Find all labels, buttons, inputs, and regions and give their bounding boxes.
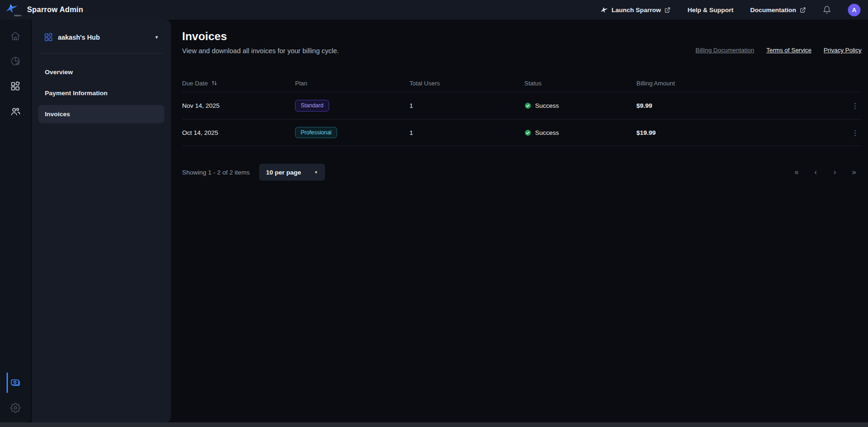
chevron-down-icon: ▼	[155, 35, 159, 40]
page-size-select[interactable]: 10 per page ▼	[259, 164, 325, 181]
logo-admin-label: Admin	[14, 14, 21, 17]
terms-of-service-link[interactable]: Terms of Service	[766, 47, 812, 54]
sidebar-item-invoices[interactable]: Invoices	[38, 105, 164, 123]
status-label: Success	[535, 102, 559, 109]
hub-name: aakash's Hub	[58, 34, 100, 41]
help-support-label: Help & Support	[687, 7, 733, 14]
cell-status: Success	[524, 102, 636, 109]
launch-sparrow-label: Launch Sparrow	[612, 7, 661, 14]
row-kebab-menu-icon[interactable]: ⋮	[849, 127, 861, 138]
pagination-next-button[interactable]: ›	[831, 168, 839, 176]
row-kebab-menu-icon[interactable]: ⋮	[849, 100, 861, 111]
sparrow-logo-icon: Admin	[5, 1, 22, 18]
app-shell: aakash's Hub ▼ Overview Payment Informat…	[0, 20, 868, 422]
sidebar-divider	[40, 53, 162, 54]
pagination-last-button[interactable]: »	[850, 168, 858, 176]
cell-plan: Professional	[295, 127, 409, 138]
rail-bottom-group	[7, 374, 24, 417]
cell-total-users: 1	[409, 129, 524, 136]
cell-actions: ⋮	[845, 127, 861, 138]
documentation-button[interactable]: Documentation	[750, 7, 806, 14]
column-header-plan: Plan	[295, 80, 409, 87]
topbar-actions: Launch Sparrow Help & Support Documentat…	[600, 4, 861, 16]
rail-analytics-icon[interactable]	[7, 52, 24, 70]
showing-items-text: Showing 1 - 2 of 2 items	[182, 169, 250, 176]
rail-settings-gear-icon[interactable]	[7, 399, 24, 417]
page-heading-block: Invoices View and download all invoices …	[182, 30, 339, 55]
bird-icon	[6, 3, 18, 14]
external-link-icon	[800, 7, 806, 13]
notifications-bell-icon[interactable]	[823, 6, 831, 14]
table-footer: Showing 1 - 2 of 2 items 10 per page ▼ «…	[182, 164, 861, 181]
help-support-button[interactable]: Help & Support	[687, 7, 733, 14]
column-header-total-users: Total Users	[409, 80, 524, 87]
sidebar-item-overview[interactable]: Overview	[38, 63, 164, 81]
success-check-icon	[524, 129, 531, 136]
legal-links: Billing Documentation Terms of Service P…	[696, 47, 861, 55]
page-subtitle: View and download all invoices for your …	[182, 47, 339, 55]
rail-home-icon[interactable]	[7, 27, 24, 45]
window-bottom-edge	[0, 422, 868, 427]
pagination-prev-button[interactable]: ‹	[812, 168, 819, 176]
page-title: Invoices	[182, 30, 339, 43]
plan-badge: Standard	[295, 100, 329, 111]
hub-selector[interactable]: aakash's Hub ▼	[38, 28, 164, 47]
hub-grid-icon	[44, 33, 53, 42]
sidebar: aakash's Hub ▼ Overview Payment Informat…	[32, 20, 171, 422]
plan-badge: Professional	[295, 127, 337, 138]
topbar: Admin Sparrow Admin Launch Sparrow Help …	[0, 0, 868, 20]
sidebar-item-payment-information[interactable]: Payment Information	[38, 84, 164, 102]
documentation-label: Documentation	[750, 7, 796, 14]
sort-icon[interactable]	[211, 80, 218, 86]
page-header: Invoices View and download all invoices …	[182, 30, 861, 55]
column-header-due-date[interactable]: Due Date	[182, 80, 295, 87]
launch-bird-icon	[600, 7, 608, 14]
invoices-table: Due Date Plan Total Users Status Billing…	[182, 74, 861, 146]
status-label: Success	[535, 129, 559, 136]
external-link-icon	[664, 7, 670, 13]
billing-documentation-link[interactable]: Billing Documentation	[696, 47, 755, 54]
success-check-icon	[524, 102, 531, 109]
rail-billing-icon[interactable]	[7, 374, 24, 392]
cell-actions: ⋮	[845, 100, 861, 111]
column-header-status: Status	[524, 80, 636, 87]
main-content: Invoices View and download all invoices …	[171, 20, 868, 422]
cell-status: Success	[524, 129, 636, 136]
cell-total-users: 1	[409, 102, 524, 109]
privacy-policy-link[interactable]: Privacy Policy	[824, 47, 861, 54]
avatar[interactable]: A	[848, 4, 861, 16]
chevron-down-icon: ▼	[314, 170, 318, 175]
pagination-first-button[interactable]: «	[793, 168, 800, 176]
table-row: Oct 14, 2025 Professional 1 Success $19.…	[182, 119, 861, 146]
cell-due-date: Nov 14, 2025	[182, 102, 295, 109]
launch-sparrow-button[interactable]: Launch Sparrow	[600, 7, 671, 14]
rail-users-icon[interactable]	[7, 103, 24, 120]
icon-rail	[0, 20, 31, 422]
pagination: « ‹ › »	[793, 168, 861, 176]
cell-due-date: Oct 14, 2025	[182, 129, 295, 136]
app-title: Sparrow Admin	[27, 6, 83, 14]
rail-hubs-icon[interactable]	[7, 77, 24, 95]
page-size-value: 10 per page	[266, 169, 301, 176]
cell-billing-amount: $19.99	[636, 129, 845, 136]
column-header-billing-amount: Billing Amount	[636, 80, 845, 87]
cell-billing-amount: $9.99	[636, 102, 845, 109]
table-row: Nov 14, 2025 Standard 1 Success $9.99 ⋮	[182, 92, 861, 119]
cell-plan: Standard	[295, 100, 409, 111]
table-header-row: Due Date Plan Total Users Status Billing…	[182, 74, 861, 92]
